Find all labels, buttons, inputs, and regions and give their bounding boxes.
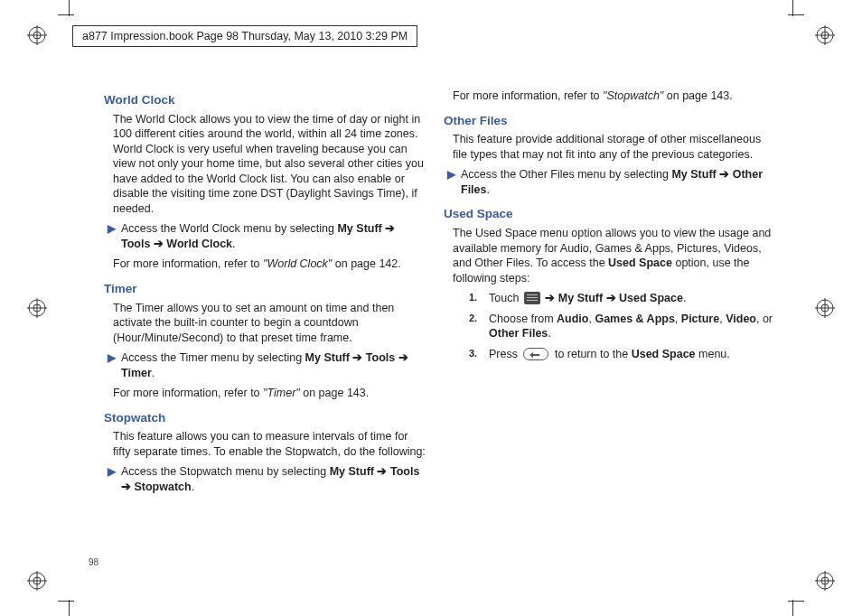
step-number: 1. xyxy=(469,291,489,306)
timer-ref: For more information, refer to "Timer" o… xyxy=(113,386,427,401)
reg-mark-br xyxy=(815,571,835,591)
world-clock-desc: The World Clock allows you to view the t… xyxy=(113,112,427,217)
right-column: For more information, refer to "Stopwatc… xyxy=(453,83,776,562)
cropmark xyxy=(58,601,74,602)
cropmark xyxy=(788,14,804,15)
doc-header: a877 Impression.book Page 98 Thursday, M… xyxy=(72,25,417,47)
menu-key-icon xyxy=(524,292,540,304)
stopwatch-desc: This feature allows you can to measure i… xyxy=(113,429,427,459)
step-text: Access the Stopwatch menu by selecting M… xyxy=(121,464,427,494)
bullet-icon: ▶ xyxy=(108,221,116,251)
heading-timer: Timer xyxy=(104,281,427,297)
step-text: Access the Timer menu by selecting My St… xyxy=(121,350,427,380)
heading-world-clock: World Clock xyxy=(104,92,427,108)
back-key-icon xyxy=(523,348,548,360)
step-number: 3. xyxy=(469,347,489,362)
world-clock-ref: For more information, refer to "World Cl… xyxy=(113,257,427,272)
step-text: Press to return to the Used Space menu. xyxy=(489,347,776,362)
bullet-icon: ▶ xyxy=(447,167,455,197)
step-text: Choose from Audio, Games & Apps, Picture… xyxy=(489,312,776,341)
stopwatch-ref: For more information, refer to "Stopwatc… xyxy=(453,89,776,104)
reg-mark-mr xyxy=(815,298,835,318)
used-space-step-2: 2. Choose from Audio, Games & Apps, Pict… xyxy=(469,312,776,341)
used-space-step-1: 1. Touch ➔ My Stuff ➔ Used Space. xyxy=(469,291,776,306)
step-text: Access the World Clock menu by selecting… xyxy=(121,221,427,251)
other-files-step: ▶ Access the Other Files menu by selecti… xyxy=(447,167,776,197)
cropmark xyxy=(792,600,793,616)
step-text: Access the Other Files menu by selecting… xyxy=(461,167,776,197)
heading-stopwatch: Stopwatch xyxy=(104,410,427,426)
left-column: World Clock The World Clock allows you t… xyxy=(104,83,427,562)
timer-desc: The Timer allows you to set an amount on… xyxy=(113,301,427,346)
heading-other-files: Other Files xyxy=(444,113,776,129)
bullet-icon: ▶ xyxy=(108,464,116,494)
used-space-desc: The Used Space menu option allows you to… xyxy=(453,226,776,285)
reg-mark-ml xyxy=(27,298,47,318)
world-clock-step: ▶ Access the World Clock menu by selecti… xyxy=(108,221,427,251)
page-content: World Clock The World Clock allows you t… xyxy=(104,83,776,562)
step-number: 2. xyxy=(469,312,489,341)
reg-mark-tr xyxy=(815,25,835,45)
reg-mark-bl xyxy=(27,571,47,591)
stopwatch-step: ▶ Access the Stopwatch menu by selecting… xyxy=(108,464,427,494)
heading-used-space: Used Space xyxy=(444,206,776,222)
step-text: Touch ➔ My Stuff ➔ Used Space. xyxy=(489,291,776,306)
page-number: 98 xyxy=(89,557,98,567)
bullet-icon: ▶ xyxy=(108,350,116,380)
reg-mark-tl xyxy=(27,25,47,45)
other-files-desc: This feature provide additional storage … xyxy=(453,132,776,162)
cropmark xyxy=(788,601,804,602)
cropmark xyxy=(792,0,793,16)
used-space-step-3: 3. Press to return to the Used Space men… xyxy=(469,347,776,362)
timer-step: ▶ Access the Timer menu by selecting My … xyxy=(108,350,427,380)
cropmark xyxy=(69,0,70,16)
cropmark xyxy=(69,600,70,616)
cropmark xyxy=(58,14,74,15)
